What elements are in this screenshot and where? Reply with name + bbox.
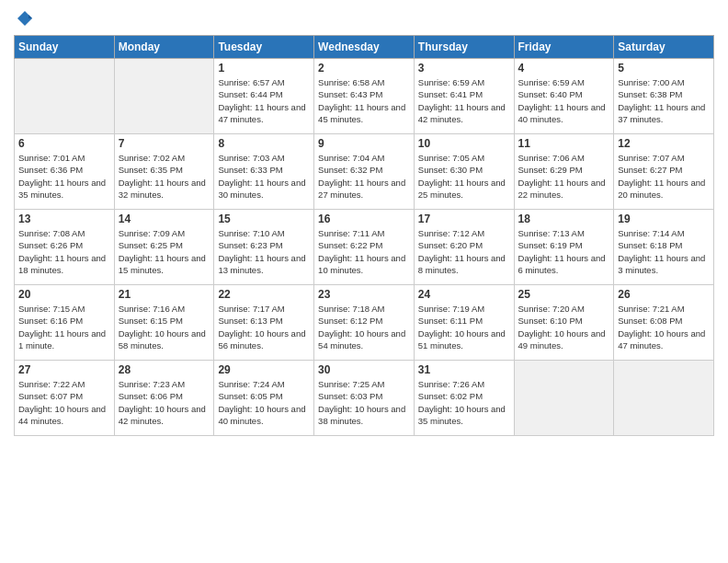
day-info: Sunrise: 7:06 AM Sunset: 6:29 PM Dayligh… xyxy=(518,152,610,201)
day-number: 7 xyxy=(119,137,210,150)
day-info: Sunrise: 7:08 AM Sunset: 6:26 PM Dayligh… xyxy=(18,227,110,276)
calendar-cell: 7Sunrise: 7:02 AM Sunset: 6:35 PM Daylig… xyxy=(114,134,214,210)
calendar-cell: 18Sunrise: 7:13 AM Sunset: 6:19 PM Dayli… xyxy=(514,210,614,285)
day-info: Sunrise: 7:03 AM Sunset: 6:33 PM Dayligh… xyxy=(218,152,310,201)
day-number: 16 xyxy=(318,213,410,225)
calendar-header-friday: Friday xyxy=(514,36,614,59)
day-info: Sunrise: 7:01 AM Sunset: 6:36 PM Dayligh… xyxy=(18,152,110,201)
calendar-cell xyxy=(614,361,714,436)
day-number: 24 xyxy=(418,288,510,301)
day-info: Sunrise: 7:05 AM Sunset: 6:30 PM Dayligh… xyxy=(418,152,510,201)
day-number: 19 xyxy=(618,213,710,225)
calendar-week-row: 13Sunrise: 7:08 AM Sunset: 6:26 PM Dayli… xyxy=(15,210,714,285)
day-info: Sunrise: 6:59 AM Sunset: 6:41 PM Dayligh… xyxy=(418,76,510,125)
day-info: Sunrise: 7:07 AM Sunset: 6:27 PM Dayligh… xyxy=(618,152,710,201)
day-info: Sunrise: 7:19 AM Sunset: 6:11 PM Dayligh… xyxy=(418,303,510,351)
day-number: 14 xyxy=(119,213,210,225)
day-info: Sunrise: 7:02 AM Sunset: 6:35 PM Dayligh… xyxy=(119,152,210,201)
day-info: Sunrise: 7:09 AM Sunset: 6:25 PM Dayligh… xyxy=(119,227,210,276)
calendar-table: SundayMondayTuesdayWednesdayThursdayFrid… xyxy=(14,35,714,436)
day-info: Sunrise: 7:20 AM Sunset: 6:10 PM Dayligh… xyxy=(518,303,610,351)
day-number: 10 xyxy=(418,137,510,150)
day-info: Sunrise: 7:14 AM Sunset: 6:18 PM Dayligh… xyxy=(618,227,710,276)
day-number: 21 xyxy=(119,288,210,301)
calendar-cell xyxy=(114,59,214,134)
calendar-cell: 10Sunrise: 7:05 AM Sunset: 6:30 PM Dayli… xyxy=(414,134,514,210)
calendar-cell: 13Sunrise: 7:08 AM Sunset: 6:26 PM Dayli… xyxy=(15,210,115,285)
day-info: Sunrise: 7:22 AM Sunset: 6:07 PM Dayligh… xyxy=(18,378,110,427)
calendar-header-tuesday: Tuesday xyxy=(214,36,314,59)
calendar-week-row: 20Sunrise: 7:15 AM Sunset: 6:16 PM Dayli… xyxy=(15,285,714,361)
calendar-cell: 26Sunrise: 7:21 AM Sunset: 6:08 PM Dayli… xyxy=(614,285,714,361)
day-info: Sunrise: 6:57 AM Sunset: 6:44 PM Dayligh… xyxy=(218,76,310,125)
calendar-week-row: 1Sunrise: 6:57 AM Sunset: 6:44 PM Daylig… xyxy=(15,59,714,134)
day-number: 12 xyxy=(618,137,710,150)
calendar-cell: 17Sunrise: 7:12 AM Sunset: 6:20 PM Dayli… xyxy=(414,210,514,285)
logo-icon xyxy=(16,9,34,28)
day-number: 1 xyxy=(218,62,310,75)
day-number: 6 xyxy=(18,137,110,150)
day-number: 3 xyxy=(418,62,510,75)
day-number: 25 xyxy=(518,288,610,301)
calendar-cell: 11Sunrise: 7:06 AM Sunset: 6:29 PM Dayli… xyxy=(514,134,614,210)
day-info: Sunrise: 7:13 AM Sunset: 6:19 PM Dayligh… xyxy=(518,227,610,276)
day-number: 30 xyxy=(318,363,410,376)
calendar-week-row: 6Sunrise: 7:01 AM Sunset: 6:36 PM Daylig… xyxy=(15,134,714,210)
calendar-cell: 20Sunrise: 7:15 AM Sunset: 6:16 PM Dayli… xyxy=(15,285,115,361)
day-info: Sunrise: 7:16 AM Sunset: 6:15 PM Dayligh… xyxy=(119,303,210,351)
day-number: 22 xyxy=(218,288,310,301)
calendar-cell: 2Sunrise: 6:58 AM Sunset: 6:43 PM Daylig… xyxy=(314,59,415,134)
day-number: 26 xyxy=(618,288,710,301)
day-number: 17 xyxy=(418,213,510,225)
day-info: Sunrise: 7:26 AM Sunset: 6:02 PM Dayligh… xyxy=(418,378,510,427)
day-number: 31 xyxy=(418,363,510,376)
calendar-cell: 16Sunrise: 7:11 AM Sunset: 6:22 PM Dayli… xyxy=(314,210,415,285)
day-number: 28 xyxy=(119,363,210,376)
day-info: Sunrise: 6:59 AM Sunset: 6:40 PM Dayligh… xyxy=(518,76,610,125)
day-info: Sunrise: 7:25 AM Sunset: 6:03 PM Dayligh… xyxy=(318,378,410,427)
day-number: 11 xyxy=(518,137,610,150)
day-number: 9 xyxy=(318,137,410,150)
day-number: 2 xyxy=(318,62,410,75)
calendar-page: SundayMondayTuesdayWednesdayThursdayFrid… xyxy=(0,0,728,563)
day-number: 23 xyxy=(318,288,410,301)
day-number: 27 xyxy=(18,363,110,376)
calendar-header-row: SundayMondayTuesdayWednesdayThursdayFrid… xyxy=(15,36,714,59)
calendar-cell: 25Sunrise: 7:20 AM Sunset: 6:10 PM Dayli… xyxy=(514,285,614,361)
day-info: Sunrise: 7:17 AM Sunset: 6:13 PM Dayligh… xyxy=(218,303,310,351)
calendar-cell: 5Sunrise: 7:00 AM Sunset: 6:38 PM Daylig… xyxy=(614,59,714,134)
day-info: Sunrise: 7:23 AM Sunset: 6:06 PM Dayligh… xyxy=(119,378,210,427)
day-info: Sunrise: 7:21 AM Sunset: 6:08 PM Dayligh… xyxy=(618,303,710,351)
calendar-cell: 28Sunrise: 7:23 AM Sunset: 6:06 PM Dayli… xyxy=(114,361,214,436)
calendar-cell: 19Sunrise: 7:14 AM Sunset: 6:18 PM Dayli… xyxy=(614,210,714,285)
day-info: Sunrise: 7:24 AM Sunset: 6:05 PM Dayligh… xyxy=(218,378,310,427)
calendar-cell: 8Sunrise: 7:03 AM Sunset: 6:33 PM Daylig… xyxy=(214,134,314,210)
calendar-cell: 30Sunrise: 7:25 AM Sunset: 6:03 PM Dayli… xyxy=(314,361,415,436)
day-info: Sunrise: 7:12 AM Sunset: 6:20 PM Dayligh… xyxy=(418,227,510,276)
calendar-cell xyxy=(514,361,614,436)
day-info: Sunrise: 7:11 AM Sunset: 6:22 PM Dayligh… xyxy=(318,227,410,276)
logo xyxy=(14,9,34,28)
day-number: 15 xyxy=(218,213,310,225)
day-number: 4 xyxy=(518,62,610,75)
calendar-cell: 29Sunrise: 7:24 AM Sunset: 6:05 PM Dayli… xyxy=(214,361,314,436)
calendar-cell: 15Sunrise: 7:10 AM Sunset: 6:23 PM Dayli… xyxy=(214,210,314,285)
day-info: Sunrise: 7:10 AM Sunset: 6:23 PM Dayligh… xyxy=(218,227,310,276)
calendar-cell: 4Sunrise: 6:59 AM Sunset: 6:40 PM Daylig… xyxy=(514,59,614,134)
header xyxy=(14,9,714,28)
calendar-cell: 27Sunrise: 7:22 AM Sunset: 6:07 PM Dayli… xyxy=(15,361,115,436)
day-info: Sunrise: 7:15 AM Sunset: 6:16 PM Dayligh… xyxy=(18,303,110,351)
calendar-header-monday: Monday xyxy=(114,36,214,59)
calendar-cell: 22Sunrise: 7:17 AM Sunset: 6:13 PM Dayli… xyxy=(214,285,314,361)
calendar-cell: 6Sunrise: 7:01 AM Sunset: 6:36 PM Daylig… xyxy=(15,134,115,210)
calendar-cell: 3Sunrise: 6:59 AM Sunset: 6:41 PM Daylig… xyxy=(414,59,514,134)
calendar-cell: 21Sunrise: 7:16 AM Sunset: 6:15 PM Dayli… xyxy=(114,285,214,361)
calendar-header-thursday: Thursday xyxy=(414,36,514,59)
calendar-cell: 14Sunrise: 7:09 AM Sunset: 6:25 PM Dayli… xyxy=(114,210,214,285)
calendar-cell: 24Sunrise: 7:19 AM Sunset: 6:11 PM Dayli… xyxy=(414,285,514,361)
calendar-header-sunday: Sunday xyxy=(15,36,115,59)
calendar-week-row: 27Sunrise: 7:22 AM Sunset: 6:07 PM Dayli… xyxy=(15,361,714,436)
calendar-cell xyxy=(15,59,115,134)
calendar-header-wednesday: Wednesday xyxy=(314,36,415,59)
calendar-cell: 23Sunrise: 7:18 AM Sunset: 6:12 PM Dayli… xyxy=(314,285,415,361)
